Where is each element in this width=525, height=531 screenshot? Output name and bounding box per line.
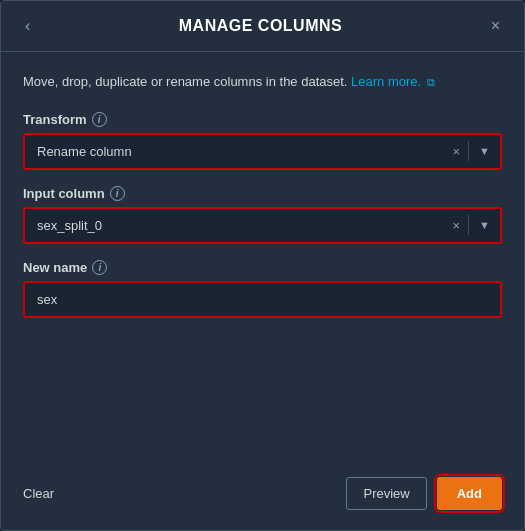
transform-arrow-button[interactable]: ▼ [469,145,500,157]
transform-select[interactable]: Rename column Drop column Duplicate colu… [25,135,500,168]
manage-columns-modal: ‹ MANAGE COLUMNS × Move, drop, duplicate… [0,0,525,531]
new-name-input-wrapper [23,281,502,318]
modal-header: ‹ MANAGE COLUMNS × [1,1,524,52]
input-column-select[interactable]: sex_split_0 age income gender [25,209,500,242]
input-column-select-controls: × ▼ [445,209,500,242]
external-link-icon: ⧉ [427,74,435,91]
new-name-info-icon[interactable]: i [92,260,107,275]
transform-label: Transform i [23,112,502,127]
modal-footer: Clear Preview Add [1,463,524,530]
back-button[interactable]: ‹ [19,15,36,37]
transform-select-wrapper: Rename column Drop column Duplicate colu… [23,133,502,170]
input-column-clear-button[interactable]: × [445,218,469,233]
close-button[interactable]: × [485,15,506,37]
new-name-label: New name i [23,260,502,275]
input-column-group: Input column i sex_split_0 age income ge… [23,186,502,244]
input-column-label: Input column i [23,186,502,201]
modal-title: MANAGE COLUMNS [36,17,484,35]
action-buttons: Preview Add [346,477,502,510]
input-column-info-icon[interactable]: i [110,186,125,201]
transform-group: Transform i Rename column Drop column Du… [23,112,502,170]
modal-body: Move, drop, duplicate or rename columns … [1,52,524,463]
transform-clear-button[interactable]: × [445,144,469,159]
preview-button[interactable]: Preview [346,477,426,510]
transform-info-icon[interactable]: i [92,112,107,127]
new-name-input[interactable] [25,283,500,316]
learn-more-link[interactable]: Learn more. ⧉ [351,74,435,89]
transform-select-controls: × ▼ [445,135,500,168]
input-column-select-wrapper: sex_split_0 age income gender × ▼ [23,207,502,244]
clear-button[interactable]: Clear [23,482,54,505]
input-column-arrow-button[interactable]: ▼ [469,219,500,231]
description-text: Move, drop, duplicate or rename columns … [23,72,502,92]
new-name-group: New name i [23,260,502,318]
add-button[interactable]: Add [437,477,502,510]
